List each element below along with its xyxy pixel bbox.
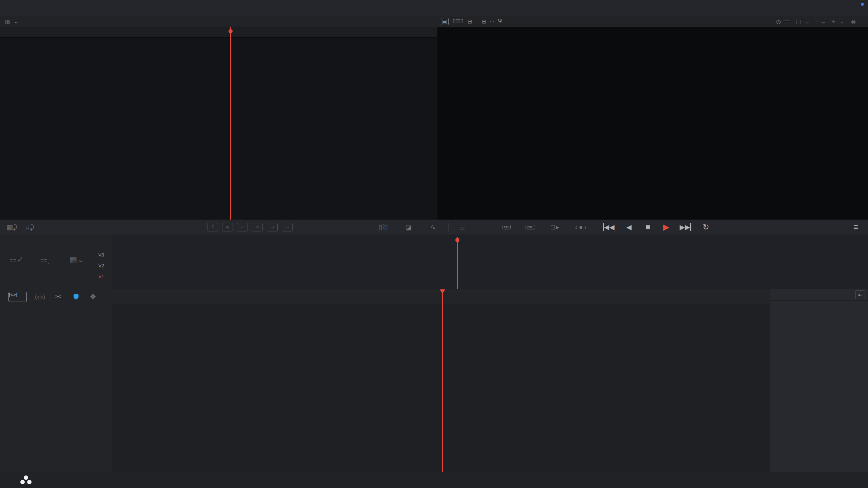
source-playhead[interactable] (230, 27, 231, 220)
play-reverse-icon[interactable]: ◀ (623, 220, 635, 235)
davinci-logo-icon (20, 475, 32, 485)
collapse-mixer-icon[interactable]: ⇤ (855, 290, 865, 299)
loop-icon[interactable]: ↻ (700, 220, 712, 235)
skip-back-icon[interactable]: ◀◀ (602, 220, 615, 235)
timeline-select-icon[interactable]: ⚏✓ (9, 255, 24, 264)
clock-icon[interactable]: ◷ (776, 18, 781, 25)
split-clip-icon[interactable]: ▯⁞▯ (376, 220, 390, 235)
source-playhead-head[interactable] (229, 29, 233, 33)
source-ruler[interactable] (0, 27, 437, 38)
sync-viewer-header: ▣ ⌷▦⌷ ⊟ ⊞ Ψ ◷ ▢ ⌄ ⌄ ✦ ⌄ ◉ (437, 16, 868, 27)
timeline-options-menu-icon[interactable]: ≡ (849, 220, 863, 235)
color-wheel-icon[interactable]: ◉ (851, 18, 856, 25)
collaboration-presence-dot (861, 3, 864, 6)
enhance-icon[interactable]: ✦ (831, 18, 835, 25)
track-label-v3[interactable]: V3 (98, 252, 104, 258)
source-filmstrips (0, 37, 437, 220)
detail-ruler[interactable] (112, 289, 770, 305)
roll-trim-icon[interactable]: (‹|›) (33, 292, 47, 302)
header-divider (477, 17, 477, 25)
poi-marker-icon[interactable]: POI (499, 220, 514, 235)
play-around-icon[interactable]: ⊐▸ (549, 220, 561, 235)
ripple-overwrite-icon[interactable]: ‹› (236, 220, 249, 235)
track-label-v2[interactable]: V2 (98, 263, 104, 268)
source-clip-icon[interactable]: ▣ (441, 18, 449, 25)
playback-quality-hq-icon[interactable] (816, 21, 819, 22)
insert-video-icon[interactable]: ▦⤸ (6, 220, 18, 235)
stop-icon[interactable]: ■ (642, 220, 654, 235)
chevron-down-icon[interactable]: ⌄ (14, 18, 18, 25)
sync-bin-viewer: ▣ ⌷▦⌷ ⊟ ⊞ Ψ ◷ ▢ ⌄ ⌄ ✦ ⌄ ◉ (437, 16, 868, 220)
detail-playhead[interactable] (442, 289, 443, 472)
mic-icon[interactable] (477, 220, 490, 235)
transport-divider (448, 223, 449, 231)
overview-ruler[interactable] (112, 237, 868, 246)
grid-layout-icon[interactable]: ⊞ (482, 18, 486, 25)
filmstrip-icon[interactable]: ▥ (5, 18, 10, 25)
timeline-lane (112, 304, 770, 472)
place-on-top-icon[interactable]: ⊟ (266, 220, 279, 235)
upper-timeline-tools: ⚏✓ ⚍⸒ ▦⌄ V3 V2 V1 (0, 235, 112, 289)
timeline-toolbar-strip: ]<>[ (‹|›) ✂ ❖ (0, 289, 868, 305)
page-navigation-bar (0, 472, 868, 488)
antenna-icon[interactable]: Ψ (498, 18, 502, 24)
play-icon[interactable]: ▶ (660, 220, 672, 235)
title-divider (434, 4, 434, 11)
source-overwrite-icon[interactable]: ⧉ (251, 220, 264, 235)
chevron-down-icon[interactable]: ⌄ (840, 18, 844, 25)
chevron-down-icon[interactable]: ⌄ (805, 18, 809, 25)
transitions-tool-icon[interactable]: ❖ (85, 292, 100, 302)
smart-insert-icon[interactable]: ↧ (206, 220, 219, 235)
sync-window-icon[interactable]: ⌷▦⌷ (453, 18, 463, 24)
five-minute-view-icon[interactable] (490, 21, 494, 22)
timeline-pin-icon[interactable]: ⚍⸒ (40, 255, 50, 264)
chevron-down-icon[interactable]: ⌄ (821, 18, 826, 25)
sync-timecode-display[interactable] (783, 20, 790, 22)
sync-clip-icon[interactable]: ▦⌄ (70, 255, 84, 264)
overview-playhead[interactable] (457, 237, 458, 289)
playback-settings-icon[interactable]: ⚌ (456, 220, 468, 235)
razor-icon[interactable]: ✂ (52, 292, 65, 302)
overview-playhead-head[interactable] (455, 238, 459, 242)
track-label-v1[interactable]: V1 (98, 274, 104, 279)
detail-timeline (0, 304, 868, 472)
range-selection-icon[interactable]: ]<>[ (7, 292, 28, 302)
skip-forward-icon[interactable]: ▶▶ (679, 220, 692, 235)
dissolve-icon[interactable]: ◪ (402, 220, 415, 235)
close-up-icon[interactable]: ◱ (281, 220, 294, 235)
fast-review-icon[interactable]: ‹●› (569, 220, 594, 235)
transport-bar: ▦⤸ ♫⤸ ↧ ▣ ‹› ⧉ ⊟ ◱ ▯⁞▯ ◪ ∿ ⚌ POI POI+ ⊐▸… (0, 220, 868, 235)
source-tape-viewer: ▥ ⌄ (0, 16, 437, 220)
top-toolbar (0, 0, 868, 16)
append-icon[interactable]: ▣ (221, 220, 234, 235)
smooth-cut-icon[interactable]: ∿ (427, 220, 440, 235)
insert-audio-icon[interactable]: ♫⤸ (24, 220, 35, 235)
project-header (0, 0, 868, 16)
mixer-header: ⇤ (770, 289, 868, 301)
mixer-panel: ⇤ (770, 289, 868, 472)
app-brand (20, 472, 37, 488)
add-poi-marker-icon[interactable]: POI+ (522, 220, 538, 235)
safe-area-icon[interactable]: ▢ (796, 18, 801, 25)
full-timeline-overview: ⚏✓ ⚍⸒ ▦⌄ V3 V2 V1 (0, 235, 868, 289)
sync-lock-icon[interactable] (69, 292, 83, 302)
source-viewer-header: ▥ ⌄ (0, 16, 437, 27)
multi-view-icon[interactable]: ⊟ (468, 18, 472, 25)
track-headers (0, 304, 112, 472)
